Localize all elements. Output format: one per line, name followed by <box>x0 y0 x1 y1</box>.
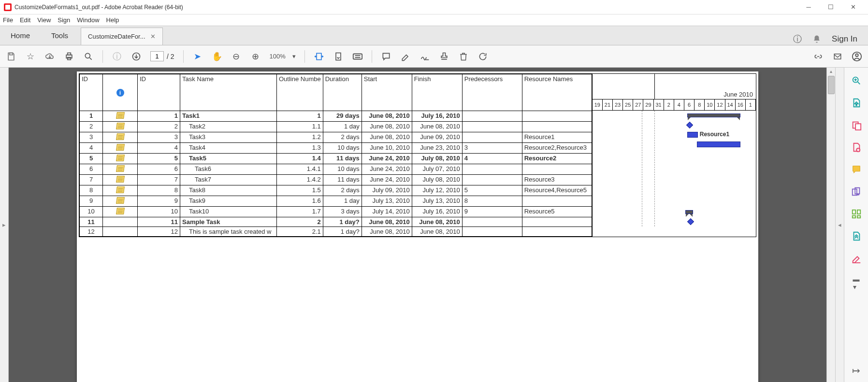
gantt-bar <box>687 218 694 225</box>
zoom-in-icon[interactable]: ⊕ <box>250 51 261 62</box>
zoom-value[interactable]: 100% <box>270 53 286 60</box>
rotate-icon[interactable] <box>477 51 488 62</box>
cell: 7 <box>138 175 180 185</box>
timeline-day: 6 <box>684 99 694 110</box>
highlight-icon[interactable] <box>400 51 411 62</box>
cell <box>462 175 522 185</box>
toolbar: ☆ ⓘ / 2 ➤ ✋ ⊖ ⊕ 100%▾ <box>0 45 868 68</box>
cell: 1.3 <box>277 143 323 154</box>
timeline-day: 2 <box>664 99 674 110</box>
svg-rect-9 <box>834 54 841 59</box>
cell <box>462 164 522 175</box>
cell: 12 <box>80 227 103 237</box>
table-row: 99Task91.61 dayJuly 13, 2010July 13, 201… <box>80 196 592 207</box>
vertical-scrollbar[interactable]: ▴ <box>826 68 835 382</box>
zoom-out-icon[interactable]: ⊖ <box>231 51 242 62</box>
fit-page-icon[interactable] <box>333 51 344 62</box>
zoom-dropdown-icon[interactable]: ▾ <box>292 53 296 60</box>
menu-sign[interactable]: Sign <box>58 16 70 24</box>
export-pdf-icon[interactable] <box>851 98 862 108</box>
svg-point-4 <box>85 53 90 58</box>
tab-document-label: CustomizeDateFor... <box>88 33 145 40</box>
cell: Resource2 <box>522 154 592 164</box>
organize-icon[interactable] <box>851 209 862 219</box>
comment-tool-icon[interactable] <box>851 164 862 175</box>
cell: 1 day? <box>323 227 362 237</box>
minimize-button[interactable]: ─ <box>797 0 820 14</box>
gantt-bar <box>685 210 693 214</box>
cloud-icon[interactable] <box>44 51 55 62</box>
cell: July 07, 2010 <box>412 164 462 175</box>
link-icon[interactable] <box>813 51 824 62</box>
app-icon <box>4 3 12 11</box>
zoom-tool-icon[interactable] <box>851 75 862 86</box>
cell: June 24, 2010 <box>362 154 412 164</box>
page-down-icon[interactable] <box>131 51 142 62</box>
hand-tool-icon[interactable]: ✋ <box>212 51 222 62</box>
mail-icon[interactable] <box>832 51 843 62</box>
cell <box>103 207 138 217</box>
page-up-icon[interactable]: ⓘ <box>112 51 122 62</box>
cell: 5 <box>80 154 103 164</box>
maximize-button[interactable]: ☐ <box>820 0 842 14</box>
cell <box>462 227 522 237</box>
redact-icon[interactable] <box>851 253 862 264</box>
right-pane-handle[interactable]: ◂ <box>835 68 844 382</box>
menu-help[interactable]: Help <box>106 16 119 24</box>
compress-icon[interactable] <box>851 231 862 241</box>
help-icon[interactable]: ⓘ <box>793 33 802 45</box>
menu-edit[interactable]: Edit <box>20 16 30 24</box>
cell: 3 <box>462 143 522 154</box>
note-icon <box>116 155 125 161</box>
window-title: CustomizeDateFormats1_out.pdf - Adobe Ac… <box>14 4 797 11</box>
trash-icon[interactable] <box>458 51 469 62</box>
sign-in-button[interactable]: Sign In <box>832 34 857 44</box>
read-mode-icon[interactable] <box>352 51 363 62</box>
cell <box>522 122 592 132</box>
tab-document[interactable]: CustomizeDateFor... ✕ <box>81 28 163 45</box>
scrollbar-thumb[interactable] <box>828 76 835 94</box>
combine-icon[interactable] <box>851 186 862 197</box>
collapse-pane-icon[interactable]: ↦ <box>852 365 860 376</box>
menu-view[interactable]: View <box>37 16 51 24</box>
search-icon[interactable] <box>83 51 94 62</box>
table-row: 1010Task101.73 daysJuly 14, 2010July 16,… <box>80 207 592 217</box>
cell: June 24, 2010 <box>362 164 412 175</box>
menu-window[interactable]: Window <box>77 16 99 24</box>
comment-icon[interactable] <box>381 51 391 62</box>
col-header: Task Name <box>180 74 277 111</box>
menu-file[interactable]: File <box>3 16 13 24</box>
save-icon[interactable] <box>6 51 16 62</box>
tab-close-icon[interactable]: ✕ <box>150 33 156 40</box>
account-icon[interactable] <box>852 51 862 62</box>
select-tool-icon[interactable]: ➤ <box>192 51 203 62</box>
col-header: ID <box>138 74 180 111</box>
cell: 2 <box>138 122 180 132</box>
document-area[interactable]: IDiIDTask NameOutline NumbeDurationStart… <box>9 68 826 382</box>
tab-home[interactable]: Home <box>0 26 41 45</box>
cell: This is sample task created w <box>180 227 277 237</box>
svg-point-11 <box>855 54 858 57</box>
left-pane-handle[interactable]: ▸ <box>0 68 9 382</box>
create-pdf-icon[interactable] <box>851 142 862 153</box>
cell: 12 <box>138 227 180 237</box>
cell: 9 <box>80 196 103 207</box>
task-table: IDiIDTask NameOutline NumbeDurationStart… <box>79 74 592 237</box>
sign-icon[interactable] <box>420 51 430 62</box>
fit-width-icon[interactable] <box>314 51 324 62</box>
star-icon[interactable]: ☆ <box>25 51 36 62</box>
timeline-day: 4 <box>674 99 684 110</box>
bell-icon[interactable] <box>812 35 821 43</box>
cell: 8 <box>138 185 180 196</box>
cell: June 08, 2010 <box>362 132 412 143</box>
tools-pane: ▬▾ ↦ <box>844 68 868 382</box>
tab-tools[interactable]: Tools <box>41 26 79 45</box>
page-number-input[interactable] <box>150 51 164 61</box>
stamp-icon[interactable] <box>439 51 449 62</box>
edit-pdf-icon[interactable] <box>851 120 862 130</box>
close-button[interactable]: ✕ <box>842 0 864 14</box>
print-icon[interactable] <box>64 51 74 62</box>
cell: June 23, 2010 <box>412 143 462 154</box>
more-tools-icon[interactable]: ▬▾ <box>853 275 860 291</box>
cell: Task4 <box>180 143 277 154</box>
